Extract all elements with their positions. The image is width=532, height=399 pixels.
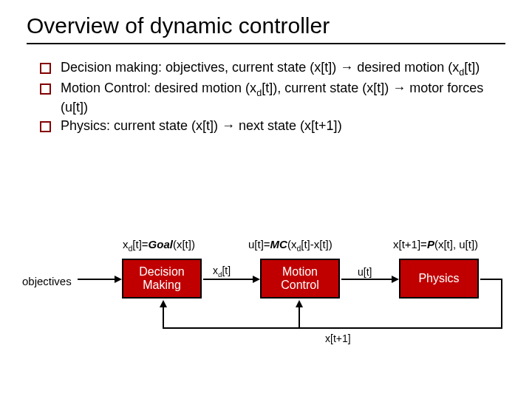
equation-goal: xd[t]=Goal(x[t]) [123, 238, 195, 253]
arrow-head-icon [115, 276, 122, 283]
physics-box: Physics [399, 259, 479, 299]
motion-control-box: Motion Control [260, 259, 340, 299]
arrow-line [203, 279, 254, 280]
arrow-head-icon [253, 276, 260, 283]
arrow-line [341, 279, 393, 280]
arrow-head-icon [160, 300, 167, 307]
block-diagram: xd[t]=Goal(x[t]) u[t]=MC(xd[t]-x[t]) x[t… [0, 222, 532, 369]
bullet-decision-making: Decision making: objectives, current sta… [40, 59, 505, 78]
xd-label: xd[t] [213, 265, 231, 279]
text: Decision making: objectives, current sta… [61, 60, 459, 75]
arrow-line [78, 279, 116, 280]
bullet-motion-control: Motion Control: desired motion (xd[t]), … [40, 80, 505, 116]
equation-mc: u[t]=MC(xd[t]-x[t]) [248, 238, 332, 253]
text: Physics: current state (x[t]) → next sta… [61, 118, 342, 133]
ut-label: u[t] [358, 266, 372, 278]
xtp1-label: x[t+1] [325, 332, 351, 344]
feedback-line [480, 279, 502, 280]
decision-making-box: Decision Making [122, 259, 202, 299]
feedback-line [299, 306, 300, 329]
objectives-label: objectives [22, 275, 72, 287]
page-title: Overview of dynamic controller [27, 13, 505, 44]
equation-physics: x[t+1]=P(x[t], u[t]) [393, 238, 478, 250]
feedback-line [501, 279, 502, 329]
feedback-line [163, 327, 502, 329]
arrow-head-icon [392, 276, 399, 283]
text: [t]) [464, 60, 480, 75]
arrow-head-icon [296, 300, 303, 307]
feedback-line [163, 306, 164, 329]
text: Motion Control: desired motion (x [61, 81, 256, 95]
bullet-physics: Physics: current state (x[t]) → next sta… [40, 117, 505, 134]
bullet-list: Decision making: objectives, current sta… [27, 59, 505, 135]
